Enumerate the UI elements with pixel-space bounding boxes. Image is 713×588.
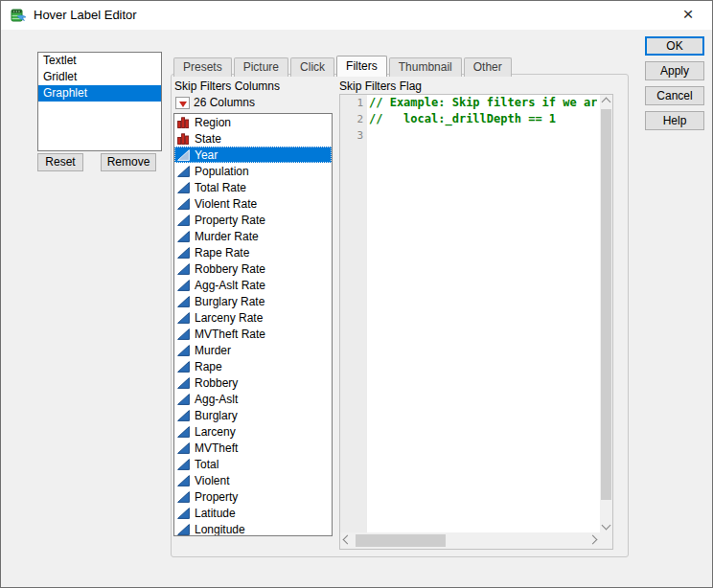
scroll-down-icon[interactable] [602, 521, 611, 531]
line-number: 1 [340, 95, 369, 111]
title-bar: Hover Label Editor × [1, 1, 712, 30]
hover-label-editor-dialog: Hover Label Editor × TextletGridletGraph… [0, 0, 713, 588]
list-item-textlet[interactable]: Textlet [38, 53, 161, 69]
reset-button[interactable]: Reset [37, 153, 83, 171]
code-text: // local:_drillDepth == 1 [369, 111, 556, 127]
column-name: MVTheft Rate [195, 328, 265, 341]
vertical-scrollbar-thumb[interactable] [601, 109, 611, 500]
column-name: MVTheft [195, 441, 238, 455]
apply-button[interactable]: Apply [645, 61, 704, 80]
tab-thumbnail[interactable]: Thumbnail [389, 57, 462, 77]
tab-presets[interactable]: Presets [173, 57, 232, 77]
column-name: Larceny [195, 425, 236, 439]
code-line-1: 1// Example: Skip filters if we ar [340, 95, 600, 111]
column-row-rape-rate[interactable]: Rape Rate [174, 244, 332, 260]
line-number: 2 [340, 111, 369, 127]
continuous-column-icon [177, 296, 195, 307]
column-row-longitude[interactable]: Longitude [174, 521, 332, 536]
column-name: Region [195, 116, 231, 129]
continuous-column-icon [177, 215, 195, 226]
column-name: Agg-Aslt [195, 393, 238, 406]
column-name: Violent Rate [195, 197, 257, 211]
continuous-column-icon [177, 247, 195, 259]
code-text: // Example: Skip filters if we ar [369, 95, 597, 111]
column-row-mvtheft[interactable]: MVTheft [174, 440, 332, 456]
column-row-total[interactable]: Total [174, 456, 332, 472]
vertical-scrollbar[interactable] [600, 95, 612, 532]
scroll-right-icon[interactable] [588, 535, 598, 545]
columns-menu-hotspot[interactable] [175, 97, 190, 109]
tab-click[interactable]: Click [290, 57, 334, 77]
column-row-state[interactable]: State [174, 130, 332, 147]
column-name: Murder [195, 344, 231, 357]
columns-count-label: 26 Columns [194, 96, 255, 110]
ok-button[interactable]: OK [645, 36, 704, 56]
list-item-graphlet[interactable]: Graphlet [38, 85, 161, 102]
column-row-year[interactable]: Year [174, 147, 332, 163]
continuous-column-icon [177, 475, 195, 486]
continuous-column-icon [177, 345, 195, 356]
tab-picture[interactable]: Picture [234, 57, 288, 77]
columns-list[interactable]: RegionStateYearPopulationTotal RateViole… [173, 113, 333, 536]
column-row-robbery[interactable]: Robbery [174, 374, 332, 391]
tab-other[interactable]: Other [464, 57, 512, 77]
column-name: Rape Rate [195, 246, 249, 260]
list-item-gridlet[interactable]: Gridlet [38, 69, 161, 85]
code-line-3: 3 [340, 127, 600, 144]
skip-filters-flag-heading: Skip Filters Flag [339, 79, 422, 94]
column-row-population[interactable]: Population [174, 163, 332, 179]
horizontal-scrollbar[interactable] [340, 532, 600, 549]
column-row-violent-rate[interactable]: Violent Rate [174, 195, 332, 212]
scroll-up-icon[interactable] [602, 98, 611, 107]
column-row-mvtheft-rate[interactable]: MVTheft Rate [174, 326, 332, 342]
column-name: State [195, 132, 221, 146]
continuous-column-icon [177, 508, 195, 519]
column-name: Burglary Rate [195, 295, 264, 308]
red-triangle-icon [179, 102, 187, 107]
column-name: Violent [195, 474, 229, 487]
column-name: Burglary [195, 409, 238, 422]
column-row-larceny-rate[interactable]: Larceny Rate [174, 309, 332, 326]
line-number: 3 [340, 127, 369, 144]
continuous-column-icon [177, 394, 195, 405]
skip-filters-columns-heading: Skip Filters Columns [174, 79, 280, 94]
column-row-agg-aslt-rate[interactable]: Agg-Aslt Rate [174, 277, 332, 293]
column-row-violent[interactable]: Violent [174, 472, 332, 488]
column-row-robbery-rate[interactable]: Robbery Rate [174, 260, 332, 277]
continuous-column-icon [177, 524, 195, 535]
column-name: Larceny Rate [195, 311, 263, 325]
column-row-latitude[interactable]: Latitude [174, 505, 332, 521]
column-row-property[interactable]: Property [174, 488, 332, 505]
column-row-region[interactable]: Region [174, 114, 332, 130]
continuous-column-icon [177, 459, 195, 470]
horizontal-scrollbar-thumb[interactable] [356, 534, 446, 547]
cancel-button[interactable]: Cancel [645, 86, 704, 105]
continuous-column-icon [177, 231, 195, 242]
continuous-column-icon [177, 149, 195, 161]
hover-label-type-list[interactable]: TextletGridletGraphlet [37, 52, 162, 151]
column-row-property-rate[interactable]: Property Rate [174, 212, 332, 228]
skip-filters-flag-editor[interactable]: 1// Example: Skip filters if we ar2// lo… [339, 94, 613, 550]
scroll-left-icon[interactable] [343, 535, 353, 545]
scrollbar-corner [600, 532, 612, 549]
column-row-burglary[interactable]: Burglary [174, 407, 332, 423]
column-row-murder-rate[interactable]: Murder Rate [174, 228, 332, 244]
column-row-burglary-rate[interactable]: Burglary Rate [174, 293, 332, 309]
close-icon[interactable]: × [670, 1, 706, 29]
column-name: Robbery [195, 376, 238, 390]
column-row-murder[interactable]: Murder [174, 342, 332, 358]
help-button[interactable]: Help [645, 111, 704, 130]
continuous-column-icon [177, 280, 195, 291]
column-name: Year [195, 148, 218, 162]
column-name: Robbery Rate [195, 262, 265, 276]
column-row-total-rate[interactable]: Total Rate [174, 179, 332, 195]
nominal-column-icon [177, 117, 195, 128]
column-row-larceny[interactable]: Larceny [174, 423, 332, 440]
column-name: Total [195, 458, 218, 471]
tab-filters[interactable]: Filters [336, 56, 387, 77]
code-area[interactable]: 1// Example: Skip filters if we ar2// lo… [340, 95, 600, 532]
column-row-rape[interactable]: Rape [174, 358, 332, 374]
column-name: Murder Rate [195, 230, 259, 243]
remove-button[interactable]: Remove [101, 153, 156, 171]
column-row-agg-aslt[interactable]: Agg-Aslt [174, 391, 332, 407]
